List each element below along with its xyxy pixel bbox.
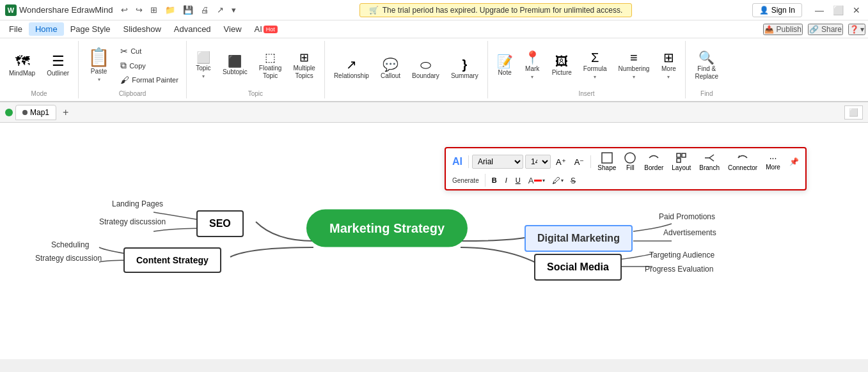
minimize-button[interactable]: — [812,5,826,15]
svg-rect-4 [677,159,681,162]
svg-line-6 [709,155,714,158]
boundary-button[interactable]: ⬭ Boundary [407,46,445,92]
more-insert-label: More [661,65,676,73]
note-button[interactable]: 📝 Note [492,43,518,89]
ai-generate-button[interactable]: AI [450,155,465,169]
branch-node-seo[interactable]: SEO [196,210,244,237]
more-insert-button[interactable]: ⊞ More ▾ [656,43,681,89]
note-label: Note [498,69,512,77]
formula-button[interactable]: Σ Formula ▾ [578,43,612,89]
center-node[interactable]: Marketing Strategy [306,210,468,247]
font-size-select[interactable]: 14 [525,155,551,169]
numbering-icon: ≡ [630,51,638,64]
format-painter-button[interactable]: 🖌 Format Painter [116,74,182,86]
add-tab-button[interactable]: + [59,105,72,120]
branch-node-digital-marketing[interactable]: Digital Marketing [525,225,633,252]
subtopic-label: Subtopic [223,68,248,76]
bold-button[interactable]: B [489,175,500,185]
italic-button[interactable]: I [502,175,510,185]
subtopic-button[interactable]: ⬛ Subtopic [217,43,253,89]
numbering-label: Numbering [618,65,649,73]
svg-rect-0 [602,153,612,163]
menu-view[interactable]: View [217,22,248,36]
font-size-increase-button[interactable]: A⁺ [553,156,569,168]
ai-generate-bottom-button[interactable]: Generate [450,176,482,185]
leaf-progress-evaluation: Progress Evaluation [645,265,713,274]
tabbar: Map1 + ⬜ [0,102,868,123]
floating-topic-button[interactable]: ⬚ Floating Topic [254,43,287,89]
highlight-button[interactable]: 🖊 ▾ [549,174,566,187]
multiple-topics-button[interactable]: ⊞ Multiple Topics [288,43,320,89]
border-button[interactable]: Border [641,151,667,173]
menu-home[interactable]: Home [29,22,64,36]
branch-node-content-strategy[interactable]: Content Strategy [123,247,221,273]
menubar: File Home Page Style Slideshow Advanced … [0,20,868,38]
find-replace-button[interactable]: 🔍 Find & Replace [690,43,723,89]
paste-button[interactable]: 📋 Paste ▾ [83,43,115,89]
more-toolbar-button[interactable]: ··· More [762,151,784,172]
mindmap-icon: 🗺 [15,54,29,68]
leaf-advertisements: Advertisements [663,228,716,237]
relationship-button[interactable]: ↗ Relationship [329,46,374,92]
menu-ai[interactable]: AI Hot [248,22,284,36]
border-icon [648,152,659,164]
font-color-button[interactable]: A ▾ [526,174,548,187]
mode-group-label: Mode [31,89,47,97]
mindmap-button[interactable]: 🗺 MindMap [4,43,40,89]
publish-button[interactable]: 📤 Publish [763,24,803,35]
close-button[interactable]: ✕ [850,5,863,15]
menu-file[interactable]: File [3,22,29,36]
picture-button[interactable]: 🖼 Picture [547,43,577,89]
toolbar-row-1: AI Arial 14 A⁺ A⁻ Shape Fill B [450,151,801,173]
connector-label: Connector [728,164,757,171]
share-button[interactable]: 🔗 Share [808,24,843,35]
redo-button[interactable]: ↪ [132,3,146,17]
formula-label: Formula [583,65,607,73]
underline-button[interactable]: U [512,175,524,185]
new-button[interactable]: ⊞ [147,3,161,17]
connector-button[interactable]: Connector [725,151,761,173]
cart-icon: 🛒 [369,6,379,15]
outliner-label: Outliner [47,70,69,77]
layout-label: Layout [672,164,691,171]
find-group-label: Find [700,89,713,97]
save-button[interactable]: 💾 [180,3,196,17]
copy-button[interactable]: ⧉ Copy [116,59,182,72]
menu-page-style[interactable]: Page Style [64,22,117,36]
menu-advanced[interactable]: Advanced [168,22,217,36]
shape-button[interactable]: Shape [594,151,619,173]
ribbon-group-find: 🔍 Find & Replace Find [686,41,727,98]
fill-button[interactable]: Fill [621,151,639,173]
topic-group-label: Topic [248,89,263,97]
font-size-decrease-button[interactable]: A⁻ [571,156,588,168]
ai-label: AI [255,24,262,34]
mark-button[interactable]: 📍 Mark ▾ [519,43,546,89]
pin-button[interactable]: 📌 [787,156,801,167]
outliner-button[interactable]: ☰ Outliner [42,43,74,89]
help-button[interactable]: ❓ ▾ [848,24,865,35]
topic-button[interactable]: ⬜ Topic ▾ [191,43,216,89]
numbering-button[interactable]: ≡ Numbering ▾ [613,43,654,89]
tab-map1[interactable]: Map1 [15,105,56,120]
branch-node-social-media[interactable]: Social Media [534,254,622,281]
callout-button[interactable]: 💬 Callout [375,46,406,92]
font-family-select[interactable]: Arial [472,155,523,169]
signin-button[interactable]: 👤 Sign In [752,3,802,17]
strikethrough-button[interactable]: S̶ [568,174,578,187]
summary-button[interactable]: } Summary [446,46,484,92]
layout-button[interactable]: Layout [668,151,694,173]
branch-button[interactable]: Branch [696,151,723,173]
print-button[interactable]: 🖨 [198,3,212,17]
menu-slideshow[interactable]: Slideshow [117,22,168,36]
more-options-button[interactable]: ▾ [228,3,239,17]
expand-canvas-button[interactable]: ⬜ [844,105,863,120]
cut-button[interactable]: ✂ Cut [116,45,182,58]
digital-marketing-label: Digital Marketing [537,233,620,244]
more-dots-icon: ··· [769,153,777,163]
share-icon: 🔗 [809,25,819,34]
open-button[interactable]: 📁 [162,3,178,17]
export-button[interactable]: ↗ [214,3,227,17]
undo-button[interactable]: ↩ [118,3,131,17]
leaf-paid-promotions: Paid Promotions [659,212,715,221]
restore-button[interactable]: ⬜ [830,5,846,15]
